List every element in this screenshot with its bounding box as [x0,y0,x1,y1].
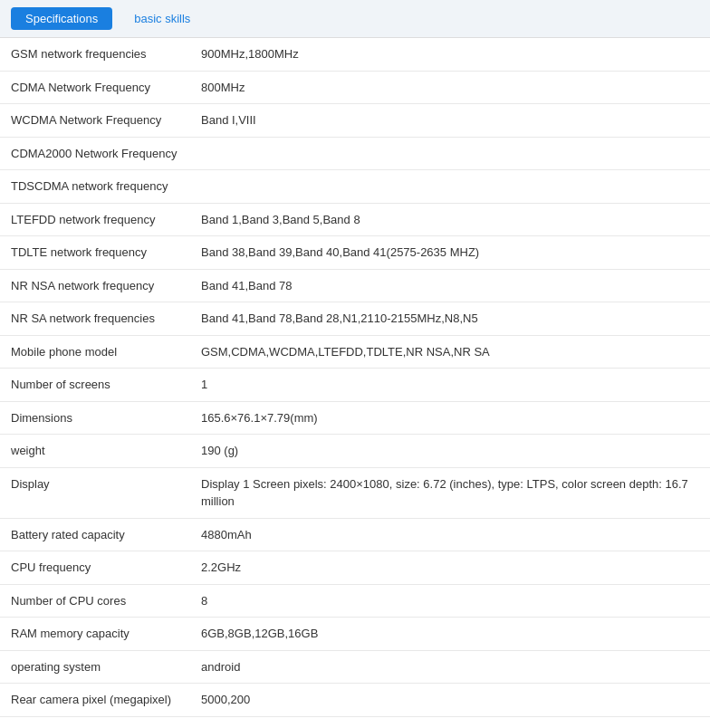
spec-label: LTEFDD network frequency [0,203,190,236]
spec-label: Rear camera pixel (megapixel) [0,684,190,717]
spec-value: Band 38,Band 39,Band 40,Band 41(2575-263… [190,236,710,270]
table-row: Front camera pixel (megapixel)1600 [0,716,710,728]
table-row: NR SA network frequenciesBand 41,Band 78… [0,302,710,336]
spec-label: TDSCDMA network frequency [0,170,190,204]
spec-label: Number of CPU cores [0,584,190,618]
spec-value: GSM,CDMA,WCDMA,LTEFDD,TDLTE,NR NSA,NR SA [190,335,710,369]
spec-label: NR NSA network frequency [0,269,190,302]
table-row: TDSCDMA network frequency [0,170,710,204]
spec-label: Battery rated capacity [0,518,190,551]
tab-basic-skills[interactable]: basic skills [120,7,205,30]
spec-label: RAM memory capacity [0,618,190,651]
spec-label: NR SA network frequencies [0,302,190,336]
specs-table: GSM network frequencies900MHz,1800MHzCDM… [0,38,710,728]
spec-label: Front camera pixel (megapixel) [0,716,190,728]
table-row: Number of screens1 [0,369,710,402]
table-row: Mobile phone modelGSM,CDMA,WCDMA,LTEFDD,… [0,335,710,369]
table-row: WCDMA Network FrequencyBand I,VIII [0,104,710,138]
spec-label: CDMA2000 Network Frequency [0,137,190,170]
table-row: NR NSA network frequencyBand 41,Band 78 [0,269,710,302]
spec-value: 800MHz [190,71,710,104]
spec-value: Band I,VIII [190,104,710,138]
spec-value: 8 [190,584,710,618]
spec-value: 190 (g) [190,435,710,468]
spec-label: Number of screens [0,369,190,402]
spec-label: Display [0,467,190,518]
spec-value [190,137,710,170]
table-row: GSM network frequencies900MHz,1800MHz [0,38,710,71]
spec-value: 6GB,8GB,12GB,16GB [190,618,710,651]
spec-label: WCDMA Network Frequency [0,104,190,138]
spec-value: 900MHz,1800MHz [190,38,710,71]
table-row: TDLTE network frequencyBand 38,Band 39,B… [0,236,710,270]
spec-label: Mobile phone model [0,335,190,369]
table-row: CDMA2000 Network Frequency [0,137,710,170]
table-row: Battery rated capacity4880mAh [0,518,710,551]
tab-specifications[interactable]: Specifications [11,7,112,30]
tab-bar: Specifications basic skills [0,0,710,38]
table-row: Dimensions165.6×76.1×7.79(mm) [0,401,710,435]
spec-value: Display 1 Screen pixels: 2400×1080, size… [190,467,710,518]
spec-value: Band 41,Band 78 [190,269,710,302]
spec-value: 1 [190,369,710,402]
spec-value: 4880mAh [190,518,710,551]
table-row: weight190 (g) [0,435,710,468]
spec-value: Band 41,Band 78,Band 28,N1,2110-2155MHz,… [190,302,710,336]
spec-label: CDMA Network Frequency [0,71,190,104]
spec-value: 1600 [190,716,710,728]
spec-label: GSM network frequencies [0,38,190,71]
spec-value: 165.6×76.1×7.79(mm) [190,401,710,435]
table-row: DisplayDisplay 1 Screen pixels: 2400×108… [0,467,710,518]
specifications-content: GSM network frequencies900MHz,1800MHzCDM… [0,38,710,728]
spec-value: 5000,200 [190,684,710,717]
spec-label: operating system [0,650,190,684]
spec-value [190,170,710,204]
table-row: operating systemandroid [0,650,710,684]
table-row: LTEFDD network frequencyBand 1,Band 3,Ba… [0,203,710,236]
spec-label: weight [0,435,190,468]
spec-value: android [190,650,710,684]
table-row: Number of CPU cores8 [0,584,710,618]
table-row: CPU frequency2.2GHz [0,551,710,585]
spec-value: 2.2GHz [190,551,710,585]
table-row: Rear camera pixel (megapixel)5000,200 [0,684,710,717]
spec-value: Band 1,Band 3,Band 5,Band 8 [190,203,710,236]
table-row: CDMA Network Frequency800MHz [0,71,710,104]
spec-label: TDLTE network frequency [0,236,190,270]
spec-label: CPU frequency [0,551,190,585]
spec-label: Dimensions [0,401,190,435]
table-row: RAM memory capacity6GB,8GB,12GB,16GB [0,618,710,651]
